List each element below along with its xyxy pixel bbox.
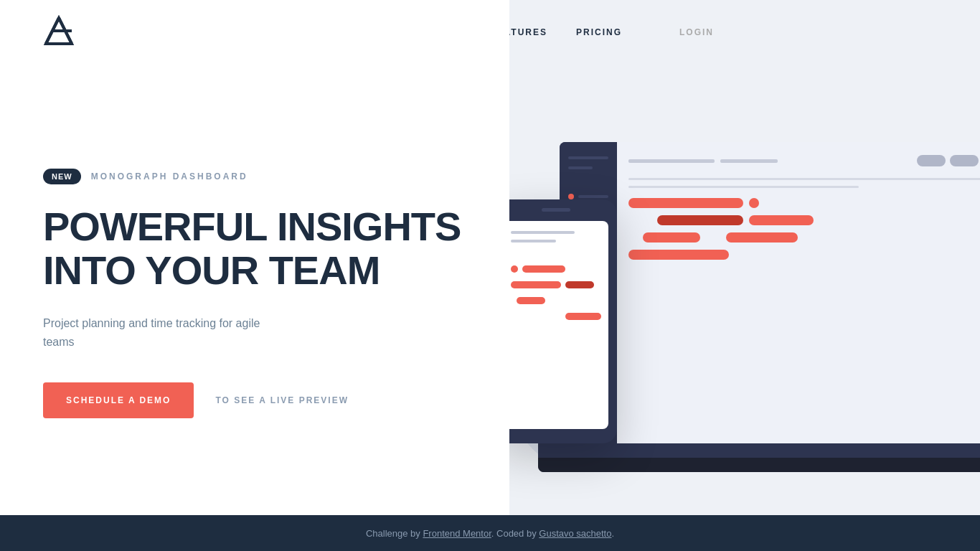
phone-illustration xyxy=(509,199,617,443)
live-preview-button[interactable]: TO SEE A LIVE PREVIEW xyxy=(215,395,349,405)
badge-new: NEW xyxy=(43,169,81,184)
hero-actions: SCHEDULE A DEMO TO SEE A LIVE PREVIEW xyxy=(43,382,466,418)
lc-divider-1 xyxy=(628,178,980,180)
gantt-dot-1 xyxy=(749,198,759,208)
nav-pricing[interactable]: PRICING xyxy=(576,27,622,37)
phone-gantt-row-2 xyxy=(511,281,601,288)
sidebar-line-2 xyxy=(568,166,593,169)
laptop-footer-bar xyxy=(538,458,980,472)
lc-divider-2 xyxy=(628,186,858,188)
phone-gantt-row-1 xyxy=(511,265,601,273)
laptop-base xyxy=(538,443,980,472)
footer-prefix: Challenge by xyxy=(366,528,423,539)
gantt-row-1 xyxy=(628,198,980,208)
page-wrapper: NEW MONOGRAPH DASHBOARD POWERFUL INSIGHT… xyxy=(0,0,980,515)
gantt-bar-2 xyxy=(657,215,743,225)
phone-gantt-dot-1 xyxy=(511,265,518,273)
sidebar-dot xyxy=(568,194,574,199)
badge-subtitle: MONOGRAPH DASHBOARD xyxy=(91,171,248,182)
lc-buttons xyxy=(917,155,980,166)
lc-title-line-sm xyxy=(720,159,778,163)
lc-top-row xyxy=(628,155,980,166)
phone-gantt-bar-5 xyxy=(565,313,601,320)
logo-area xyxy=(43,15,263,50)
footer-suffix: . xyxy=(611,528,614,539)
badge-row: NEW MONOGRAPH DASHBOARD xyxy=(43,169,466,184)
laptop-content xyxy=(617,142,980,443)
gantt-bar-5 xyxy=(726,232,798,242)
phone-gantt-bar-4 xyxy=(517,297,545,304)
lc-btn-2 xyxy=(950,155,979,166)
hero-title-line1: POWERFUL INSIGHTS xyxy=(43,204,461,249)
phone-gantt-bar-3 xyxy=(565,281,594,288)
sidebar-dot-row xyxy=(568,194,608,199)
author-link[interactable]: Gustavo sachetto xyxy=(539,528,611,539)
frontend-mentor-link[interactable]: Frontend Mentor xyxy=(423,528,491,539)
footer-text: Challenge by Frontend Mentor. Coded by G… xyxy=(366,528,614,539)
phone-gantt-row-4 xyxy=(511,313,601,320)
gantt-bar-4 xyxy=(643,232,700,242)
right-panel: PRODUCT FEATURES PRICING LOGIN xyxy=(509,0,980,515)
nav-login[interactable]: LOGIN xyxy=(679,27,714,37)
footer-middle: . Coded by xyxy=(491,528,540,539)
phone-line-2 xyxy=(511,240,556,242)
nav-area: PRODUCT FEATURES PRICING LOGIN xyxy=(509,0,735,65)
schedule-demo-button[interactable]: SCHEDULE A DEMO xyxy=(43,382,194,418)
footer: Challenge by Frontend Mentor. Coded by G… xyxy=(0,515,980,551)
gantt-row-3 xyxy=(628,232,980,242)
gantt-row-2 xyxy=(628,215,980,225)
sidebar-dot-line xyxy=(578,195,608,198)
hero-content: NEW MONOGRAPH DASHBOARD POWERFUL INSIGHT… xyxy=(0,0,509,515)
phone-gantt-row-3 xyxy=(511,297,601,304)
laptop-screen xyxy=(560,142,980,443)
phone-gantt-bar-1 xyxy=(522,265,565,273)
hero-title: POWERFUL INSIGHTS INTO YOUR TEAM xyxy=(43,204,466,293)
header xyxy=(0,0,509,65)
illustration-wrapper xyxy=(509,0,980,515)
phone-screen xyxy=(509,221,608,429)
gantt-bar-3 xyxy=(749,215,814,225)
gantt-row-4 xyxy=(628,250,980,260)
logo-icon xyxy=(43,15,75,47)
lc-btn-1 xyxy=(917,155,946,166)
nav-features[interactable]: FEATURES xyxy=(509,27,547,37)
phone-gantt-bar-2 xyxy=(511,281,561,288)
gantt-bar-6 xyxy=(628,250,729,260)
hero-description: Project planning and time tracking for a… xyxy=(43,314,273,351)
sidebar-line-1 xyxy=(568,156,608,159)
phone-notch xyxy=(542,208,570,212)
hero-title-line2: INTO YOUR TEAM xyxy=(43,248,380,293)
gantt-bar-1 xyxy=(628,198,743,208)
lc-title-line xyxy=(628,159,715,163)
left-panel: NEW MONOGRAPH DASHBOARD POWERFUL INSIGHT… xyxy=(0,0,509,515)
phone-line-1 xyxy=(511,231,574,234)
